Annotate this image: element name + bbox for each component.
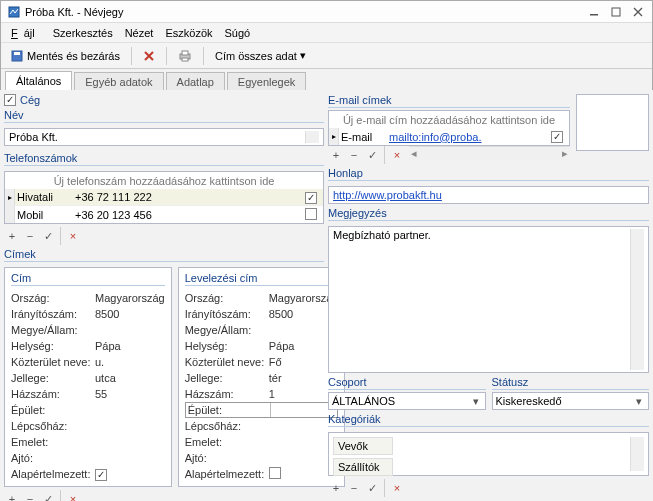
phones-section-label: Telefonszámok (4, 152, 324, 166)
delete-button[interactable] (138, 46, 160, 66)
card-title: Levelezési cím (185, 272, 339, 286)
delete-icon (143, 50, 155, 62)
card-title: Cím (11, 272, 165, 286)
toolbar: Mentés és bezárás Cím összes adat ▾ (1, 43, 652, 69)
emails-grid[interactable]: Új e-mail cím hozzáadásához kattintson i… (328, 110, 570, 146)
menu-view[interactable]: Nézet (119, 25, 160, 41)
add-button[interactable]: + (328, 480, 344, 496)
full-address-button[interactable]: Cím összes adat ▾ (210, 46, 311, 66)
addresses-toolbar: + − ✓ × (4, 490, 324, 501)
tab-general[interactable]: Általános (5, 71, 72, 91)
row-indicator (5, 206, 15, 223)
print-icon (178, 49, 192, 63)
svg-rect-4 (14, 52, 20, 55)
phones-add-placeholder[interactable]: Új telefonszám hozzáadásához kattintson … (5, 172, 323, 189)
separator (203, 47, 204, 65)
phones-grid[interactable]: Új telefonszám hozzáadásához kattintson … (4, 171, 324, 224)
phone-default-checkbox[interactable] (305, 208, 317, 220)
notes-field[interactable]: Megbízható partner. (328, 226, 649, 373)
app-icon (7, 5, 21, 19)
titlebar: Próba Kft. - Névjegy (1, 1, 652, 23)
print-button[interactable] (173, 46, 197, 66)
tab-other[interactable]: Egyéb adatok (74, 72, 163, 91)
epulet-editing-row: Épület: (185, 402, 339, 418)
homepage-field[interactable]: http://www.probakft.hu (328, 186, 649, 204)
emails-hscroll[interactable]: ◂▸ (409, 146, 570, 160)
notes-value: Megbízható partner. (333, 229, 630, 370)
addresses-section-label: Címek (4, 248, 324, 262)
address-card-primary: Cím Ország:Magyarország Irányítószám:850… (4, 267, 172, 487)
remove-button[interactable]: − (22, 491, 38, 501)
confirm-button[interactable]: ✓ (40, 491, 56, 501)
tab-sheet[interactable]: Adatlap (166, 72, 225, 91)
remove-button[interactable]: − (346, 147, 362, 163)
phones-toolbar: + − ✓ × (4, 227, 324, 245)
scrollbar[interactable] (630, 229, 644, 370)
group-combo[interactable]: ÁLTALÁNOS ▾ (328, 392, 486, 410)
cancel-button[interactable]: × (65, 491, 81, 501)
homepage-link[interactable]: http://www.probakft.hu (333, 189, 442, 201)
notes-section-label: Megjegyzés (328, 207, 649, 221)
status-section-label: Státusz (492, 376, 650, 390)
save-icon (10, 49, 24, 63)
cancel-button[interactable]: × (389, 480, 405, 496)
svg-rect-2 (612, 8, 620, 16)
phone-row-0[interactable]: ▸ Hivatali +36 72 111 222 (5, 189, 323, 206)
chevron-down-icon: ▾ (633, 395, 645, 408)
client-area: Cég Név Próba Kft. Telefonszámok Új tele… (0, 90, 653, 501)
confirm-button[interactable]: ✓ (40, 228, 56, 244)
maximize-button[interactable] (608, 5, 624, 19)
confirm-button[interactable]: ✓ (364, 147, 380, 163)
save-close-button[interactable]: Mentés és bezárás (5, 46, 125, 66)
svg-rect-1 (590, 14, 598, 16)
row-indicator: ▸ (5, 189, 15, 205)
email-default-checkbox[interactable] (551, 131, 563, 143)
name-section-label: Név (4, 109, 324, 123)
company-checkbox[interactable] (4, 94, 16, 106)
add-button[interactable]: + (328, 147, 344, 163)
categories-box: Vevők Szállítók (328, 432, 649, 476)
categories-toolbar: + − ✓ × (328, 479, 649, 497)
cancel-button[interactable]: × (389, 147, 405, 163)
menu-edit[interactable]: Szerkesztés (47, 25, 119, 41)
cancel-button[interactable]: × (65, 228, 81, 244)
phone-default-checkbox[interactable] (305, 192, 317, 204)
emails-toolbar: + − ✓ × (328, 146, 405, 164)
close-button[interactable] (630, 5, 646, 19)
email-link[interactable]: mailto:info@proba. (389, 131, 482, 143)
tabstrip: Általános Egyéb adatok Adatlap Egyenlege… (1, 69, 652, 91)
add-button[interactable]: + (4, 228, 20, 244)
category-item[interactable]: Szállítók (333, 458, 393, 476)
separator (166, 47, 167, 65)
address-default-checkbox[interactable] (95, 469, 107, 481)
menu-tools[interactable]: Eszközök (159, 25, 218, 41)
status-combo[interactable]: Kiskereskedő ▾ (492, 392, 650, 410)
phone-row-1[interactable]: Mobil +36 20 123 456 (5, 206, 323, 223)
remove-button[interactable]: − (346, 480, 362, 496)
add-button[interactable]: + (4, 491, 20, 501)
confirm-button[interactable]: ✓ (364, 480, 380, 496)
category-item[interactable]: Vevők (333, 437, 393, 455)
svg-rect-6 (182, 51, 188, 55)
company-label: Cég (20, 94, 40, 106)
menu-help[interactable]: Súgó (219, 25, 257, 41)
emails-add-placeholder[interactable]: Új e-mail cím hozzáadásához kattintson i… (329, 111, 569, 128)
photo-placeholder[interactable] (576, 94, 649, 151)
group-section-label: Csoport (328, 376, 486, 390)
svg-rect-7 (182, 58, 188, 61)
menubar: Fájl Szerkesztés Nézet Eszközök Súgó (1, 23, 652, 43)
emails-section-label: E-mail címek (328, 94, 570, 108)
address-card-mailing: Levelezési cím Ország:Magyarország Irány… (178, 267, 346, 487)
email-row-0[interactable]: ▸ E-mail mailto:info@proba. (329, 128, 569, 145)
minimize-button[interactable] (586, 5, 602, 19)
tab-balances[interactable]: Egyenlegek (227, 72, 307, 91)
scrollbar[interactable] (630, 437, 644, 471)
address-default-checkbox[interactable] (269, 467, 281, 479)
scrollbar[interactable] (305, 131, 319, 143)
name-field[interactable]: Próba Kft. (4, 128, 324, 146)
company-row: Cég (4, 94, 324, 106)
remove-button[interactable]: − (22, 228, 38, 244)
menu-file[interactable]: Fájl (5, 25, 47, 41)
address-cards: Cím Ország:Magyarország Irányítószám:850… (4, 267, 324, 487)
separator (131, 47, 132, 65)
